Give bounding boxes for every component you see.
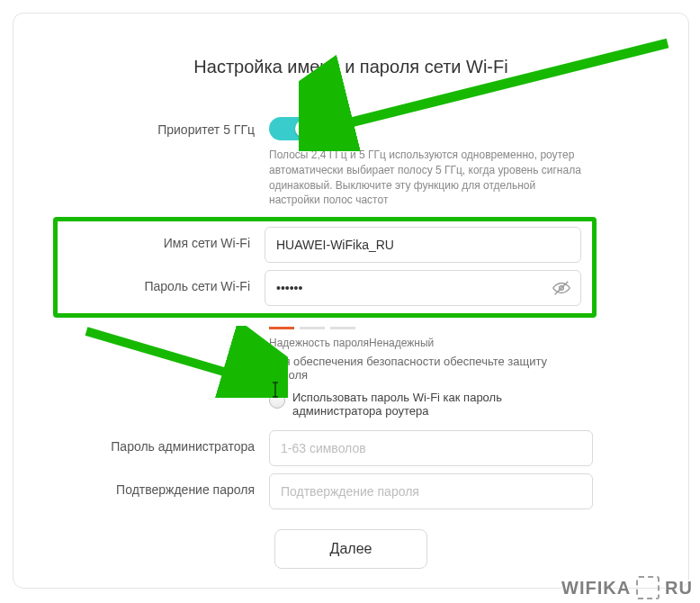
strength-value: Ненадежный bbox=[369, 337, 434, 349]
priority-label: Приоритет 5 ГГц bbox=[57, 113, 269, 137]
priority-row: Приоритет 5 ГГц Полосы 2,4 ГГц и 5 ГГц и… bbox=[57, 113, 645, 208]
wifi-password-row: Пароль сети Wi-Fi bbox=[63, 270, 587, 306]
wifi-name-row: Имя сети Wi-Fi bbox=[63, 227, 587, 263]
watermark-text-b: RU bbox=[665, 578, 693, 598]
wifi-name-input[interactable] bbox=[265, 227, 581, 263]
admin-password-row: Пароль администратора bbox=[57, 430, 645, 466]
confirm-password-label: Подтверждение пароля bbox=[57, 473, 269, 497]
use-as-admin-label: Использовать пароль Wi-Fi как пароль адм… bbox=[292, 391, 584, 418]
watermark: WIFIKA RU bbox=[561, 576, 693, 599]
show-password-icon[interactable] bbox=[549, 275, 574, 301]
highlight-box: Имя сети Wi-Fi Пароль сети Wi-Fi bbox=[53, 217, 597, 318]
password-strength-meter bbox=[269, 327, 593, 329]
strength-prefix: Надежность пароля bbox=[269, 337, 369, 349]
admin-password-input[interactable] bbox=[269, 430, 593, 466]
page-title: Настройка имени и пароля сети Wi-Fi bbox=[57, 57, 645, 77]
toggle-knob bbox=[295, 120, 313, 138]
password-note: Для обеспечения безопасности обеспечьте … bbox=[269, 355, 584, 382]
wifi-password-label: Пароль сети Wi-Fi bbox=[63, 270, 265, 293]
wifi-password-input[interactable] bbox=[265, 270, 581, 306]
watermark-text-a: WIFIKA bbox=[561, 578, 631, 598]
use-as-admin-radio[interactable] bbox=[269, 392, 285, 409]
wifi-name-label: Имя сети Wi-Fi bbox=[63, 227, 265, 250]
password-strength-text: Надежность пароляНенадежный bbox=[269, 337, 593, 349]
priority-5ghz-toggle[interactable] bbox=[269, 117, 316, 140]
next-button[interactable]: Далее bbox=[274, 529, 427, 569]
confirm-password-row: Подтверждение пароля bbox=[57, 473, 645, 509]
priority-help-text: Полосы 2,4 ГГц и 5 ГГц используются одно… bbox=[269, 148, 584, 208]
confirm-password-input[interactable] bbox=[269, 473, 593, 509]
watermark-box-icon bbox=[636, 576, 660, 599]
use-as-admin-row: Использовать пароль Wi-Fi как пароль адм… bbox=[269, 391, 584, 418]
settings-card: Настройка имени и пароля сети Wi-Fi Прио… bbox=[13, 13, 689, 589]
admin-password-label: Пароль администратора bbox=[57, 430, 269, 454]
